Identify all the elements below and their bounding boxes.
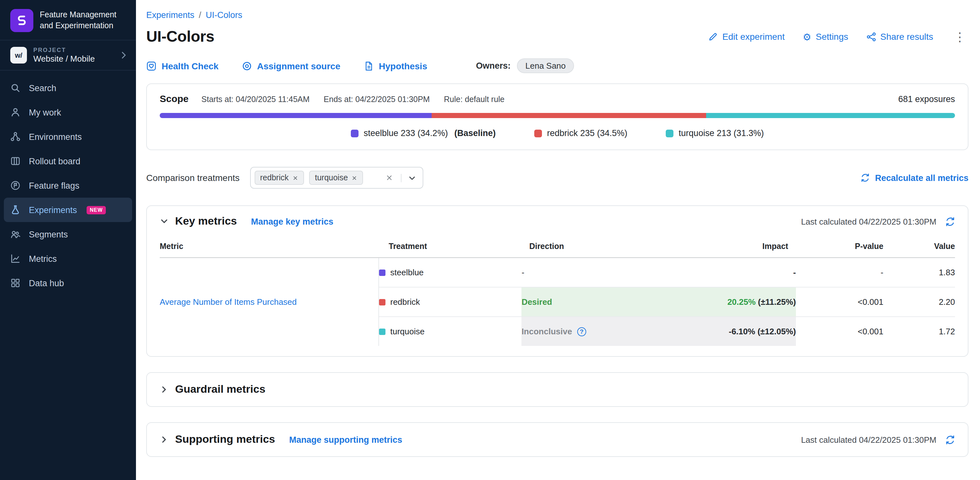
breadcrumb-current[interactable]: UI-Colors [206,10,242,20]
last-calculated-text: Last calculated 04/22/2025 01:30PM [801,435,936,444]
refresh-metrics-button[interactable] [945,435,955,444]
column-header-metric: Metric [160,234,379,258]
treatment-swatch [379,328,385,335]
sidebar-item-data-hub[interactable]: Data hub [4,271,132,295]
settings-button[interactable]: ⚙ Settings [803,32,848,42]
more-menu-button[interactable]: ⋮ [951,30,969,43]
sidebar-item-my-work[interactable]: My work [4,100,132,124]
refresh-icon [861,173,870,182]
direction-cell: - [522,258,689,287]
share-results-button[interactable]: Share results [866,32,933,42]
treatment-chip-turquoise[interactable]: turquoise [309,171,363,185]
project-badge: w/ [10,47,27,64]
collapse-chevron-right-icon[interactable] [160,385,169,394]
project-label: PROJECT [33,47,113,53]
exposure-bar-segment [706,113,955,118]
health-check-link[interactable]: Health Check [146,61,218,71]
column-header-treatment: Treatment [379,234,522,258]
p-value-cell: <0.001 [796,317,883,346]
scope-title: Scope [160,93,189,104]
sidebar-item-metrics[interactable]: Metrics [4,246,132,271]
sidebar-item-experiments[interactable]: Experiments NEW [4,198,132,222]
manage-key-metrics-link[interactable]: Manage key metrics [251,217,334,226]
assignment-source-icon [242,61,252,71]
baseline-label: (Baseline) [454,128,496,138]
comparison-treatments-select[interactable]: redbrick turquoise [250,167,423,189]
treatment-chip-redbrick[interactable]: redbrick [254,171,304,185]
column-header-value: Value [883,234,955,258]
share-icon [866,32,876,41]
table-row: Average Number of Items Purchased steelb… [160,258,955,287]
value-cell: 1.83 [883,258,955,287]
supporting-metrics-title: Supporting metrics [175,433,275,446]
sidebar-item-search[interactable]: Search [4,76,132,100]
assignment-source-link[interactable]: Assignment source [242,61,340,71]
metric-link[interactable]: Average Number of Items Purchased [160,297,297,307]
recalculate-all-metrics-button[interactable]: Recalculate all metrics [861,173,969,183]
main-content: Experiments / UI-Colors UI-Colors Edit e… [136,0,980,480]
collapse-chevron-right-icon[interactable] [160,435,169,444]
header-actions: Edit experiment ⚙ Settings Share results… [708,30,969,43]
edit-experiment-button[interactable]: Edit experiment [708,32,785,42]
scope-ends: Ends at: 04/22/2025 01:30PM [324,95,430,104]
legend-swatch [666,129,673,137]
legend-item-redbrick: redbrick 235 (34.5%) [534,128,628,138]
manage-supporting-metrics-link[interactable]: Manage supporting metrics [289,435,402,444]
treatment-swatch [379,299,385,305]
treatment-cell: turquoise [379,317,522,346]
p-value-cell: <0.001 [796,287,883,317]
hypothesis-link[interactable]: Hypothesis [363,61,427,71]
sidebar-item-label: Experiments [29,205,77,215]
exposure-bar-segment [160,113,432,118]
owner-tag[interactable]: Lena Sano [517,58,574,73]
sidebar-item-label: Data hub [29,278,64,288]
collapse-chevron-down-icon[interactable] [160,217,169,226]
owners: Owners: Lena Sano [476,58,574,73]
info-question-icon[interactable]: ? [577,327,586,336]
select-chevron-down-icon[interactable] [401,174,416,182]
rollout-board-icon [10,156,21,166]
brand: Feature Management and Experimentation [0,0,136,40]
sidebar: Feature Management and Experimentation w… [0,0,136,480]
sidebar-item-label: Metrics [29,254,57,263]
key-metrics-table: Metric Treatment Direction Impact P-valu… [160,234,955,346]
impact-cell: -6.10% (±12.05%) [689,317,796,346]
exposure-bar [160,113,955,118]
sidebar-item-segments[interactable]: Segments [4,222,132,246]
flag-icon [10,180,21,191]
health-check-icon [146,61,156,71]
breadcrumb: Experiments / UI-Colors [146,10,969,20]
exposures-count: 681 exposures [898,94,955,104]
chip-remove-icon[interactable] [293,175,298,181]
treatment-cell: steelblue [379,258,522,287]
new-badge: NEW [87,206,106,214]
sidebar-item-environments[interactable]: Environments [4,124,132,149]
sidebar-item-label: Feature flags [29,181,80,190]
comparison-row: Comparison treatments redbrick turquoise [146,167,969,189]
project-switcher[interactable]: w/ PROJECT Website / Mobile [0,40,136,70]
p-value-cell: - [796,258,883,287]
clear-selection-icon[interactable] [384,172,394,183]
breadcrumb-experiments[interactable]: Experiments [146,10,194,20]
sidebar-item-rollout-board[interactable]: Rollout board [4,149,132,173]
direction-cell: Inconclusive? [522,317,689,346]
sidebar-item-feature-flags[interactable]: Feature flags [4,173,132,198]
direction-cell: Desired [522,287,689,317]
owners-label: Owners: [476,61,511,70]
guardrail-metrics-title: Guardrail metrics [175,383,266,396]
impact-cell: 20.25% (±11.25%) [689,287,796,317]
key-metrics-title: Key metrics [175,215,237,228]
project-name: Website / Mobile [33,54,113,64]
value-cell: 1.72 [883,317,955,346]
impact-cell: - [689,258,796,287]
scope-card: Scope Starts at: 04/20/2025 11:45AM Ends… [146,83,969,150]
refresh-metrics-button[interactable] [945,217,955,226]
user-icon [10,107,21,118]
environments-icon [10,132,21,142]
chevron-right-icon [119,51,128,60]
key-metrics-card: Key metrics Manage key metrics Last calc… [146,205,969,357]
value-cell: 2.20 [883,287,955,317]
scope-starts: Starts at: 04/20/2025 11:45AM [201,95,309,104]
legend-swatch [351,129,358,137]
chip-remove-icon[interactable] [352,175,358,181]
